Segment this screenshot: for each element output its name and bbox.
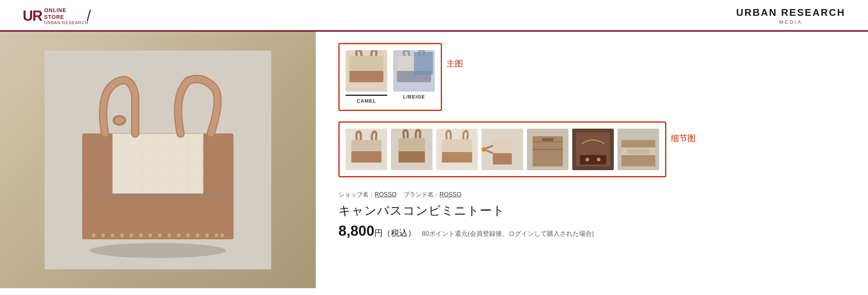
detail-thumb-1[interactable] bbox=[346, 129, 387, 170]
svg-point-1 bbox=[90, 243, 226, 258]
svg-point-18 bbox=[186, 234, 190, 237]
header-brand-sub: MEDIA bbox=[736, 19, 845, 25]
svg-point-14 bbox=[148, 234, 152, 237]
svg-point-15 bbox=[158, 234, 162, 237]
product-price-currency: 円 bbox=[374, 228, 383, 238]
product-price-row: 8,800円（税込） 80ポイント還元(会員登録後、ログインして購入された場合) bbox=[338, 223, 845, 239]
svg-rect-61 bbox=[542, 138, 553, 141]
detail-thumb-3[interactable] bbox=[436, 129, 478, 170]
brand-prefix: ブランド名： bbox=[403, 191, 440, 198]
svg-rect-70 bbox=[621, 155, 655, 166]
product-points: 80ポイント還元(会員登録後、ログインして購入された場合) bbox=[422, 229, 594, 238]
color-label-camel: CAMEL bbox=[357, 98, 376, 104]
product-price-tax: （税込） bbox=[383, 228, 416, 238]
logo-text-brand: URBAN RESEARCH bbox=[44, 20, 88, 25]
shop-prefix: ショップ名： bbox=[338, 191, 375, 198]
svg-rect-41 bbox=[414, 52, 433, 75]
svg-point-8 bbox=[92, 234, 96, 237]
header-brand-area: URBAN RESEARCH MEDIA bbox=[736, 7, 845, 25]
svg-point-11 bbox=[120, 234, 124, 237]
detail-thumb-4[interactable] bbox=[482, 129, 523, 170]
bag-svg bbox=[45, 51, 271, 269]
svg-point-17 bbox=[177, 234, 181, 237]
svg-point-24 bbox=[115, 117, 124, 124]
bag-illustration bbox=[0, 32, 316, 288]
svg-rect-5 bbox=[82, 134, 113, 239]
svg-rect-71 bbox=[627, 149, 650, 154]
svg-point-21 bbox=[215, 234, 218, 237]
logo-text-store: STORE bbox=[44, 14, 88, 20]
svg-point-66 bbox=[597, 158, 601, 161]
product-info: ショップ名：ROSSO ブランド名：ROSSO キャンバスコンビミニトート 8,… bbox=[338, 191, 845, 239]
svg-rect-50 bbox=[442, 152, 472, 163]
shop-info: ショップ名：ROSSO ブランド名：ROSSO bbox=[338, 191, 845, 199]
svg-rect-37 bbox=[349, 71, 383, 82]
product-main-image bbox=[0, 32, 316, 288]
svg-point-9 bbox=[101, 234, 105, 237]
svg-point-12 bbox=[130, 234, 133, 237]
logo-area[interactable]: UR ONLINE STORE URBAN RESEARCH / bbox=[23, 7, 91, 25]
color-item-camel[interactable]: CAMEL bbox=[346, 50, 387, 104]
main-content: CAMEL L/BE bbox=[0, 32, 868, 288]
color-thumb-lbeige bbox=[393, 50, 435, 92]
color-label-lbeige: L/BEIGE bbox=[403, 94, 425, 100]
right-panel: CAMEL L/BE bbox=[316, 32, 868, 288]
svg-point-20 bbox=[205, 234, 209, 237]
product-name: キャンバスコンビミニトート bbox=[338, 203, 845, 219]
detail-thumb-6[interactable] bbox=[572, 129, 614, 170]
detail-thumb-5[interactable] bbox=[527, 129, 568, 170]
detail-thumb-7[interactable] bbox=[618, 129, 659, 170]
header-brand-name: URBAN RESEARCH bbox=[736, 7, 845, 18]
svg-rect-53 bbox=[493, 153, 512, 164]
svg-point-19 bbox=[196, 234, 199, 237]
brand-name-link[interactable]: ROSSO bbox=[440, 191, 462, 198]
detail-thumb-2[interactable] bbox=[391, 129, 432, 170]
main-image-label: 主图 bbox=[446, 58, 463, 69]
product-price: 8,800円（税込） bbox=[338, 223, 416, 239]
color-thumb-camel bbox=[346, 50, 387, 92]
svg-point-13 bbox=[139, 234, 143, 237]
logo-slash-icon: / bbox=[87, 8, 91, 25]
color-section: CAMEL L/BE bbox=[338, 43, 442, 111]
svg-rect-6 bbox=[203, 134, 233, 239]
logo-text-online: ONLINE bbox=[44, 7, 88, 14]
color-item-lbeige[interactable]: L/BEIGE bbox=[393, 50, 435, 104]
detail-image-label: 细节图 bbox=[671, 133, 696, 144]
svg-rect-44 bbox=[351, 151, 381, 163]
logo-ur: UR bbox=[23, 9, 42, 23]
svg-point-10 bbox=[111, 234, 114, 237]
svg-rect-64 bbox=[580, 155, 606, 164]
detail-section bbox=[338, 121, 666, 177]
color-bar-camel bbox=[346, 95, 387, 96]
svg-point-16 bbox=[167, 234, 171, 237]
shop-name-link[interactable]: ROSSO bbox=[375, 191, 397, 198]
svg-point-22 bbox=[220, 234, 224, 237]
svg-rect-47 bbox=[398, 151, 425, 163]
svg-point-65 bbox=[585, 158, 589, 161]
site-header: UR ONLINE STORE URBAN RESEARCH / URBAN R… bbox=[0, 0, 868, 32]
detail-images-row: 细节图 bbox=[338, 121, 845, 177]
color-variants-row: CAMEL L/BE bbox=[338, 43, 845, 111]
svg-rect-69 bbox=[621, 140, 655, 148]
